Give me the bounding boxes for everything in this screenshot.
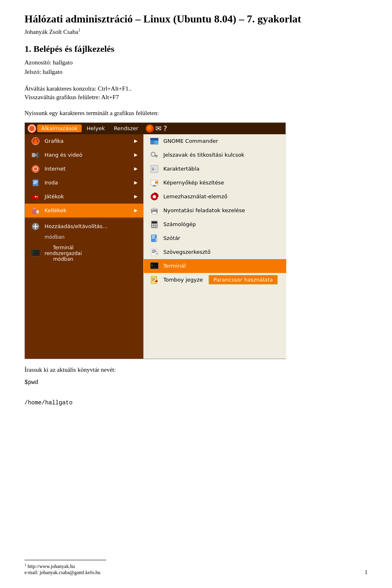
svg-rect-57 bbox=[152, 235, 155, 236]
gnome-commander-icon bbox=[149, 136, 159, 146]
rendszer-menu[interactable]: Rendszer bbox=[110, 124, 143, 132]
svg-rect-19 bbox=[36, 210, 39, 213]
svg-rect-46 bbox=[152, 212, 156, 214]
alkalmazasok-button[interactable]: Alkalmazások bbox=[37, 124, 82, 132]
footer-note: 1 http://www.johanyak.hu bbox=[24, 563, 368, 570]
modban-label: módban bbox=[25, 233, 143, 241]
menu-bar-icons: ✉ ? bbox=[146, 124, 167, 133]
submenu-nyomtatas[interactable]: Nyomtatási feladatok kezelése bbox=[144, 204, 286, 217]
menu-item-hang[interactable]: Hang és videó ▶ bbox=[25, 148, 143, 162]
submenu-szoveg[interactable]: Szövegszerkesztő bbox=[144, 245, 286, 259]
kellek-icon bbox=[31, 206, 40, 215]
section-title: 1. Belépés és fájlkezelés bbox=[24, 44, 368, 54]
menu-bar[interactable]: Alkalmazások Helyek Rendszer ✉ ? bbox=[25, 123, 285, 134]
tomboy-icon bbox=[149, 275, 159, 285]
svg-text:>_: >_ bbox=[32, 250, 35, 253]
helyek-menu[interactable]: Helyek bbox=[82, 124, 109, 132]
svg-rect-33 bbox=[156, 156, 157, 158]
submenu-gnome-commander[interactable]: GNOME Commander bbox=[144, 134, 286, 148]
left-menu: Grafika ▶ Hang és videó ▶ Internet ▶ bbox=[25, 134, 143, 359]
submenu-szamologep[interactable]: Számológép bbox=[144, 217, 286, 231]
svg-rect-63 bbox=[152, 251, 157, 252]
svg-rect-2 bbox=[32, 153, 35, 157]
iroda-icon bbox=[31, 178, 40, 188]
nyomtatas-icon bbox=[149, 206, 159, 215]
svg-rect-59 bbox=[152, 238, 154, 239]
password-info: Jelszó: hallgato bbox=[24, 69, 368, 75]
terminal-submenu-icon: >_ bbox=[149, 261, 159, 271]
menu-item-grafika[interactable]: Grafika ▶ bbox=[25, 134, 143, 148]
submenu-szotar[interactable]: Szótár bbox=[144, 231, 286, 245]
command-text: $pwd bbox=[24, 379, 368, 386]
svg-rect-72 bbox=[152, 280, 154, 281]
internet-arrow: ▶ bbox=[134, 166, 138, 171]
lemez-icon bbox=[149, 192, 159, 202]
svg-rect-3 bbox=[35, 154, 37, 156]
svg-point-43 bbox=[153, 195, 156, 198]
svg-rect-34 bbox=[155, 156, 156, 157]
submenu-kepernyo[interactable]: Képernyőkép készítése bbox=[144, 176, 286, 190]
svg-rect-71 bbox=[152, 279, 155, 280]
author: Johanyák Zsolt Csaba1 bbox=[24, 28, 368, 36]
svg-rect-11 bbox=[33, 183, 36, 184]
menu-item-iroda[interactable]: Iroda ▶ bbox=[25, 176, 143, 190]
svg-marker-18 bbox=[32, 207, 36, 209]
submenu-tomboy[interactable]: Tomboy jegyze Parancssor használata bbox=[144, 273, 286, 287]
svg-rect-5 bbox=[38, 151, 39, 159]
screenshot: Alkalmazások Helyek Rendszer ✉ ? Grafika… bbox=[24, 122, 286, 359]
iroda-arrow: ▶ bbox=[134, 180, 138, 185]
submenu-jelszavak[interactable]: Jelszavak és titkosítási kulcsok bbox=[144, 148, 286, 162]
karaktertabla-icon: á bbox=[149, 164, 159, 174]
svg-rect-50 bbox=[152, 224, 153, 225]
jatekok-arrow: ▶ bbox=[134, 194, 138, 199]
svg-rect-49 bbox=[152, 222, 157, 223]
hozzaadas-icon bbox=[31, 222, 40, 231]
svg-rect-45 bbox=[152, 208, 156, 210]
terminal-label-block: Terminál rendszergazdai módban bbox=[45, 245, 82, 262]
menu-item-internet[interactable]: Internet ▶ bbox=[25, 162, 143, 176]
jelszavak-icon bbox=[149, 150, 159, 160]
page-footer: 1 http://www.johanyak.hu e-mail: johanya… bbox=[24, 560, 368, 576]
grafika-icon bbox=[31, 136, 40, 146]
svg-rect-8 bbox=[33, 180, 38, 186]
menu-item-kellek[interactable]: Kellékek ▶ bbox=[25, 204, 143, 217]
submenu-terminal[interactable]: >_ Terminál bbox=[144, 259, 286, 273]
parancssor-tooltip: Parancssor használata bbox=[209, 275, 278, 284]
svg-point-16 bbox=[37, 197, 38, 198]
svg-rect-62 bbox=[152, 250, 156, 251]
menu-item-jatekok[interactable]: Játékok ▶ bbox=[25, 190, 143, 204]
hang-icon bbox=[31, 150, 40, 160]
jatekok-icon bbox=[31, 192, 40, 202]
svg-rect-39 bbox=[153, 185, 156, 186]
svg-point-15 bbox=[37, 196, 38, 197]
svg-rect-32 bbox=[154, 155, 158, 156]
email-icon: ✉ bbox=[156, 124, 162, 133]
svg-rect-28 bbox=[150, 138, 158, 140]
svg-rect-14 bbox=[35, 196, 36, 197]
svg-rect-9 bbox=[33, 181, 38, 182]
help-icon: ? bbox=[163, 124, 167, 133]
kepernyo-icon bbox=[149, 178, 159, 188]
svg-rect-30 bbox=[154, 141, 158, 144]
ubuntu-icon bbox=[27, 124, 36, 133]
svg-text:á: á bbox=[152, 166, 154, 171]
submenu-karaktertabla[interactable]: á Karaktertábla bbox=[144, 162, 286, 176]
svg-rect-17 bbox=[32, 209, 36, 214]
svg-rect-55 bbox=[156, 226, 157, 227]
svg-rect-22 bbox=[33, 226, 38, 227]
terminal-icon: _>_ bbox=[31, 249, 40, 258]
internet-icon bbox=[31, 164, 40, 174]
page-number: 1 bbox=[365, 569, 368, 576]
submenu-lemez[interactable]: Lemezhasználat-elemző bbox=[144, 190, 286, 204]
terminal-rendszergazdai[interactable]: _>_ Terminál rendszergazdai módban bbox=[25, 241, 143, 264]
hang-arrow: ▶ bbox=[134, 152, 138, 158]
footer-divider bbox=[24, 560, 106, 560]
svg-rect-54 bbox=[154, 226, 155, 227]
grafika-arrow: ▶ bbox=[134, 138, 138, 144]
svg-rect-70 bbox=[152, 278, 155, 279]
page-title: Hálózati adminisztráció – Linux (Ubuntu … bbox=[24, 12, 368, 26]
login-info: Azonosító: hallgato bbox=[24, 59, 368, 66]
switch-back-info: Visszaváltás grafikus felületre: Alt+F7 bbox=[24, 94, 368, 101]
right-submenu: GNOME Commander Jelszavak és titkosítási… bbox=[143, 134, 286, 359]
menu-item-hozzaadas[interactable]: Hozzáadás/eltávolítás... bbox=[25, 220, 143, 233]
